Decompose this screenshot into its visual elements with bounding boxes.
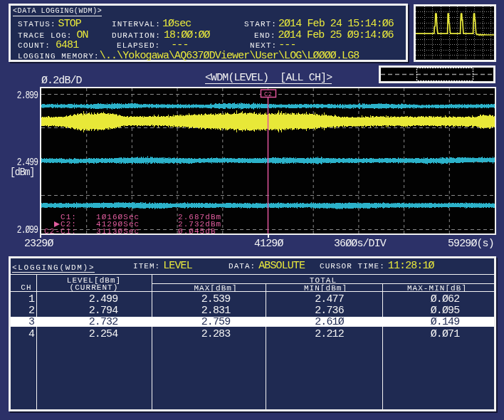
svg-text:C2: C2 [264, 91, 272, 98]
